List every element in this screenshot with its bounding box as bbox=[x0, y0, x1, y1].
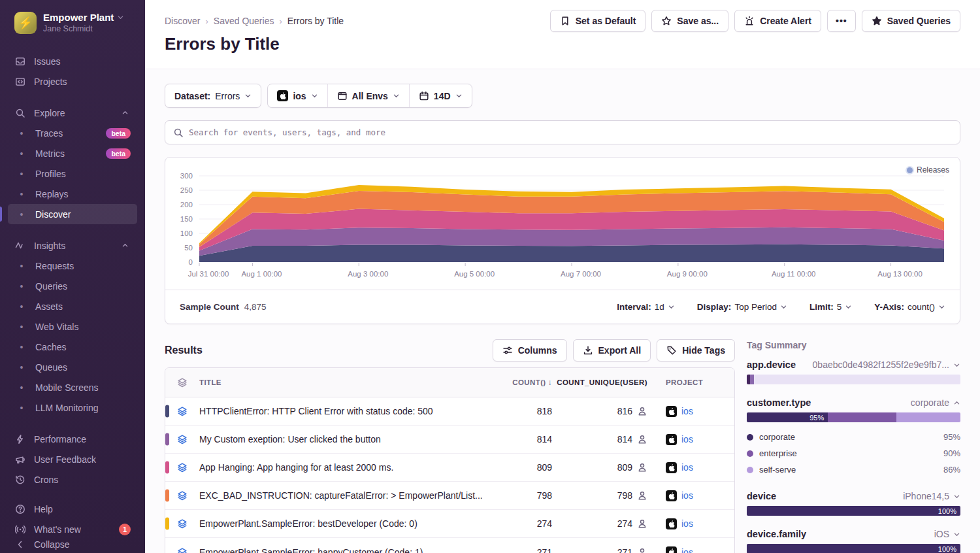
error-title-link[interactable]: My Custom exeption: User clicked the but… bbox=[199, 434, 493, 444]
error-title-link[interactable]: EXC_BAD_INSTRUCTION: captureFatalError: … bbox=[199, 490, 493, 501]
tag-bar-segment[interactable] bbox=[754, 375, 960, 384]
project-link[interactable]: ios bbox=[681, 547, 693, 553]
save-as-button[interactable]: Save as... bbox=[651, 10, 728, 32]
more-button[interactable]: ••• bbox=[827, 10, 856, 32]
error-title-link[interactable]: EmpowerPlant.SampleError: bestDeveloper … bbox=[199, 518, 493, 529]
sidebar-item-web-vitals[interactable]: •Web Vitals bbox=[8, 316, 137, 337]
apple-icon bbox=[666, 462, 677, 473]
layers-icon bbox=[165, 377, 199, 388]
layers-icon[interactable] bbox=[165, 518, 199, 529]
series-color-chip bbox=[165, 518, 169, 530]
sidebar-item-mobile-screens[interactable]: •Mobile Screens bbox=[8, 377, 137, 397]
sidebar-item-caches[interactable]: •Caches bbox=[8, 337, 137, 357]
limit-selector[interactable]: Limit: 5 bbox=[809, 302, 852, 312]
create-alert-button[interactable]: Create Alert bbox=[734, 10, 821, 32]
chevron-left-icon bbox=[14, 539, 26, 550]
tag-bar-segment[interactable]: 100% bbox=[747, 506, 960, 516]
sidebar-item-help[interactable]: Help bbox=[8, 499, 137, 519]
sidebar-item-discover[interactable]: •Discover bbox=[8, 204, 137, 224]
search-input[interactable] bbox=[189, 127, 952, 137]
project-link[interactable]: ios bbox=[681, 434, 693, 444]
tag-legend-row[interactable]: corporate 95% bbox=[747, 429, 960, 445]
breadcrumb-link[interactable]: Discover bbox=[165, 16, 200, 26]
sidebar-group-explore[interactable]: Explore bbox=[8, 103, 137, 123]
layers-icon[interactable] bbox=[165, 434, 199, 444]
columns-button[interactable]: Columns bbox=[493, 339, 567, 361]
col-project[interactable]: PROJECT bbox=[666, 378, 734, 386]
sidebar-item-metrics[interactable]: •Metricsbeta bbox=[8, 143, 137, 163]
sidebar-group-insights[interactable]: Insights bbox=[8, 235, 137, 256]
button-label: ••• bbox=[836, 16, 847, 26]
project-link[interactable]: ios bbox=[681, 462, 693, 473]
legend-percent: 90% bbox=[943, 448, 960, 458]
tag-bar-segment[interactable] bbox=[896, 412, 960, 422]
sidebar-item-issues[interactable]: Issues bbox=[8, 51, 137, 71]
sidebar: ⚡ Empower Plant Jane Schmidt IssuesProje… bbox=[0, 0, 145, 553]
sidebar-collapse[interactable]: Collapse bbox=[8, 539, 137, 550]
legend-label: self-serve bbox=[759, 465, 796, 475]
project-selector[interactable]: ios bbox=[268, 84, 327, 107]
date-range-selector[interactable]: 14D bbox=[409, 84, 472, 107]
releases-legend[interactable]: Releases bbox=[907, 165, 949, 175]
col-count-unique[interactable]: COUNT_UNIQUE(USER) bbox=[568, 378, 666, 386]
sidebar-item-label: Traces bbox=[35, 128, 63, 139]
breadcrumb-separator-icon: › bbox=[279, 16, 282, 26]
tag-header[interactable]: app.device 0baebc0de4982f1255f2e9e9fb7..… bbox=[747, 360, 960, 375]
tag-header[interactable]: device iPhone14,5 bbox=[747, 491, 960, 506]
button-label: Save as... bbox=[677, 16, 719, 26]
dataset-selector[interactable]: Dataset: Errors bbox=[165, 84, 261, 107]
tag-bar-segment[interactable]: 100% bbox=[747, 544, 960, 553]
apple-icon bbox=[666, 518, 677, 529]
sidebar-item-replays[interactable]: •Replays bbox=[8, 184, 137, 204]
bullet-icon: • bbox=[16, 189, 27, 199]
layers-icon[interactable] bbox=[165, 406, 199, 416]
sidebar-item-llm-monitoring[interactable]: •LLM Monitoring bbox=[8, 397, 137, 418]
error-title-link[interactable]: HTTPClientError: HTTP Client Error with … bbox=[199, 406, 493, 416]
environment-selector[interactable]: All Envs bbox=[327, 84, 409, 107]
sidebar-item-assets[interactable]: •Assets bbox=[8, 296, 137, 316]
layers-icon[interactable] bbox=[165, 547, 199, 553]
clock-arrow-icon bbox=[14, 475, 26, 485]
project-link[interactable]: ios bbox=[681, 490, 693, 501]
tag-bar-segment[interactable] bbox=[828, 412, 896, 422]
org-name: Empower Plant bbox=[43, 12, 114, 23]
layers-icon[interactable] bbox=[165, 490, 199, 501]
error-title-link[interactable]: App Hanging: App hanging for at least 20… bbox=[199, 462, 493, 473]
display-selector[interactable]: Display: Top Period bbox=[697, 302, 787, 312]
sidebar-item-performance[interactable]: Performance bbox=[8, 429, 137, 449]
saved-queries-button[interactable]: Saved Queries bbox=[862, 10, 960, 32]
project-link[interactable]: ios bbox=[681, 406, 693, 416]
hide-tags-button[interactable]: Hide Tags bbox=[657, 339, 735, 361]
breadcrumb-link[interactable]: Saved Queries bbox=[214, 16, 274, 26]
set-as-default-button[interactable]: Set as Default bbox=[550, 10, 646, 32]
tag-block-device: device iPhone14,5 100% bbox=[747, 491, 960, 516]
tag-bar-segment[interactable]: 95% bbox=[747, 412, 828, 422]
org-switcher[interactable]: ⚡ Empower Plant Jane Schmidt bbox=[8, 9, 137, 37]
control-value: count() bbox=[907, 302, 935, 312]
tag-header[interactable]: customer.type corporate bbox=[747, 397, 960, 412]
interval-selector[interactable]: Interval: 1d bbox=[617, 302, 675, 312]
area-series[interactable]: HTTPClientError: HTTP Client Error with … bbox=[199, 244, 944, 262]
calendar-icon bbox=[419, 91, 429, 101]
tag-header[interactable]: device.family iOS bbox=[747, 529, 960, 544]
code-folder-icon bbox=[14, 76, 26, 87]
sidebar-item-projects[interactable]: Projects bbox=[8, 71, 137, 92]
y-axis-selector[interactable]: Y-Axis: count() bbox=[874, 302, 945, 312]
sidebar-item-profiles[interactable]: •Profiles bbox=[8, 163, 137, 184]
sidebar-item-traces[interactable]: •Tracesbeta bbox=[8, 123, 137, 143]
tag-legend-row[interactable]: self-serve 86% bbox=[747, 461, 960, 478]
sidebar-item-crons[interactable]: Crons bbox=[8, 469, 137, 490]
error-title-link[interactable]: EmpowerPlant.SampleError: happyCustomer … bbox=[199, 547, 493, 553]
layers-icon[interactable] bbox=[165, 462, 199, 473]
stacked-area-chart[interactable]: HTTPClientError: HTTP Client Error with … bbox=[165, 158, 958, 287]
sidebar-item-queries[interactable]: •Queries bbox=[8, 276, 137, 296]
project-link[interactable]: ios bbox=[681, 518, 693, 529]
sidebar-item-whats-new[interactable]: What's new1 bbox=[8, 519, 137, 539]
sidebar-item-requests[interactable]: •Requests bbox=[8, 256, 137, 276]
tag-legend-row[interactable]: enterprise 90% bbox=[747, 445, 960, 461]
export-all-button[interactable]: Export All bbox=[573, 339, 651, 361]
col-title[interactable]: TITLE bbox=[199, 378, 493, 386]
sidebar-item-user-feedback[interactable]: User Feedback bbox=[8, 449, 137, 469]
sidebar-item-queues[interactable]: •Queues bbox=[8, 357, 137, 377]
chevron-up-icon bbox=[953, 399, 960, 407]
